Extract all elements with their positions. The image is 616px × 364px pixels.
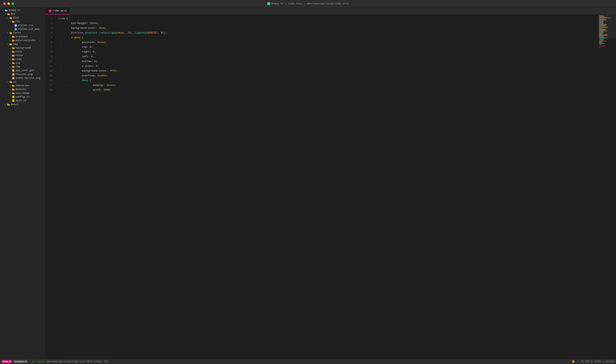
line-num-2: 2 bbox=[46, 21, 55, 26]
minimap: ████████████ ████████████████ ██████████… bbox=[598, 15, 616, 359]
sidebar-item-dev[interactable]: dev bbox=[0, 12, 45, 16]
line-num-15: 15 bbox=[46, 83, 55, 88]
line-num-16: 16 bbox=[46, 88, 55, 92]
code-line-13: › › overflow: hidden; bbox=[57, 73, 598, 78]
code-line-5: › &-gmap { bbox=[57, 35, 598, 40]
css-chevron bbox=[9, 20, 11, 23]
svg-text:JS: JS bbox=[13, 96, 14, 98]
sidebar-item-dist[interactable]: dist bbox=[0, 16, 45, 20]
folder-icon bbox=[10, 80, 12, 83]
sidebar-item-tmp[interactable]: tmp bbox=[0, 65, 45, 69]
folder-icon bbox=[12, 39, 15, 42]
traffic-lights bbox=[3, 2, 14, 5]
sidebar-item-favicon-png[interactable]: PNG favicon.png bbox=[0, 72, 45, 76]
sidebar-item-email[interactable]: email bbox=[0, 103, 45, 106]
sourcemap-chevron bbox=[9, 92, 11, 94]
folder-icon bbox=[7, 103, 10, 106]
line-num-3: 3 bbox=[46, 26, 55, 30]
background-chevron bbox=[9, 47, 11, 49]
language-label[interactable]: SCSS bbox=[595, 360, 601, 363]
root-chevron bbox=[1, 9, 4, 12]
sidebar-item-styles-css-map[interactable]: MAP styles.css.map bbox=[0, 27, 45, 31]
code-line-11: › › z-index: 0; bbox=[57, 64, 598, 69]
code-line-14: › › #map { bbox=[57, 78, 598, 83]
sidebar[interactable]: Snapp.ir dev dist css CSS styles bbox=[0, 8, 46, 359]
libraries-chevron bbox=[9, 84, 11, 87]
map-file-icon: MAP bbox=[14, 28, 17, 30]
code-line-1: .ride { bbox=[57, 16, 598, 21]
status-left: File 0 Project 0 ✓ No Issues dev/sass/pa… bbox=[1, 360, 108, 363]
code-container: 1 2 3 4 5 6 7 8 9 10 11 12 13 14 bbox=[46, 15, 598, 359]
svg-text:SVG: SVG bbox=[13, 78, 14, 79]
sidebar-item-background[interactable]: background bbox=[0, 46, 45, 50]
project-badge[interactable]: Project 0 bbox=[14, 360, 27, 363]
tab-bar: ride.scss bbox=[46, 8, 616, 15]
card-chevron bbox=[9, 51, 11, 53]
editor-main[interactable]: 1 2 3 4 5 6 7 8 9 10 11 12 13 14 bbox=[46, 15, 598, 359]
tab-ride-scss[interactable]: ride.scss bbox=[46, 8, 70, 14]
folder-icon bbox=[12, 92, 15, 95]
folder-icon bbox=[12, 54, 15, 57]
folder-icon bbox=[5, 9, 8, 12]
folder-icon bbox=[12, 50, 15, 53]
folder-icon bbox=[12, 47, 15, 49]
line-num-6: 6 bbox=[46, 40, 55, 45]
sidebar-item-sourcemap[interactable]: sourcemap bbox=[0, 91, 45, 95]
code-line-3: › background-color: #eee; bbox=[57, 26, 598, 30]
svg-chevron bbox=[9, 62, 11, 64]
sidebar-item-ride[interactable]: ride bbox=[0, 57, 45, 61]
sidebar-item-cover[interactable]: cover bbox=[0, 53, 45, 57]
line-num-5: 5 bbox=[46, 35, 55, 40]
code-line-4: › @include gradient-radial(rgba(#eee, .9… bbox=[57, 30, 598, 35]
sidebar-item-css[interactable]: css bbox=[0, 20, 45, 23]
app-body: Snapp.ir dev dist css CSS styles bbox=[0, 8, 616, 359]
sidebar-item-img[interactable]: img bbox=[0, 42, 45, 46]
sidebar-item-main-js[interactable]: JS main.js bbox=[0, 99, 45, 103]
fullscreen-button[interactable] bbox=[12, 2, 14, 5]
scss-tab-icon bbox=[49, 10, 52, 12]
minimize-button[interactable] bbox=[7, 2, 10, 5]
sidebar-item-iransans[interactable]: iransans bbox=[0, 35, 45, 39]
lines-count: Lines: 252 bbox=[94, 360, 108, 363]
sidebar-item-card[interactable]: card bbox=[0, 50, 45, 53]
close-button[interactable] bbox=[3, 2, 6, 5]
window-title: Snapp.ir | ride.scss — dev/sass/particle… bbox=[267, 2, 349, 5]
sidebar-item-js[interactable]: js bbox=[0, 80, 45, 84]
fonts-chevron bbox=[6, 32, 9, 34]
ride-chevron bbox=[9, 58, 11, 61]
folder-icon bbox=[12, 20, 15, 23]
sidebar-item-app-cast-gif[interactable]: GIF app_cast.gif bbox=[0, 69, 45, 72]
svg-file-icon: SVG bbox=[12, 77, 15, 79]
sidebar-item-icons-sprite-svg[interactable]: SVG icons-sprite.svg bbox=[0, 76, 45, 80]
folder-icon bbox=[12, 65, 15, 68]
sidebar-item-fonts[interactable]: fonts bbox=[0, 31, 45, 35]
folder-icon bbox=[10, 16, 12, 19]
line-num-14: 14 bbox=[46, 78, 55, 83]
folder-icon bbox=[12, 88, 15, 91]
sidebar-item-libraries[interactable]: libraries bbox=[0, 84, 45, 87]
code-line-16: › › › width: 100%; bbox=[57, 88, 598, 92]
sidebar-item-styles-css[interactable]: CSS styles.css bbox=[0, 23, 45, 27]
line-num-10: 10 bbox=[46, 59, 55, 64]
sidebar-item-modules[interactable]: modules bbox=[0, 87, 45, 91]
file-badge[interactable]: File 0 bbox=[1, 360, 12, 363]
sidebar-item-svg[interactable]: svg bbox=[0, 61, 45, 65]
cover-chevron bbox=[9, 54, 11, 57]
folder-icon bbox=[12, 35, 15, 38]
svg-text:GIF: GIF bbox=[13, 70, 14, 71]
bell-icon: 🔔 bbox=[572, 360, 575, 363]
sidebar-root[interactable]: Snapp.ir bbox=[0, 8, 45, 12]
svg-text:MAP: MAP bbox=[15, 29, 16, 30]
png-file-icon: PNG bbox=[12, 73, 15, 76]
img-chevron bbox=[6, 43, 9, 45]
dev-chevron bbox=[4, 13, 6, 15]
code-line-9: › › left: 0; bbox=[57, 54, 598, 59]
line-num-9: 9 bbox=[46, 54, 55, 59]
sidebar-item-materialicons[interactable]: materialicons bbox=[0, 39, 45, 42]
branch-label: ✎ master bbox=[603, 360, 615, 363]
sidebar-item-config-js[interactable]: JS config.js bbox=[0, 95, 45, 99]
svg-text:JS: JS bbox=[13, 100, 14, 101]
svg-text:PNG: PNG bbox=[13, 74, 14, 75]
tmp-chevron bbox=[9, 66, 11, 68]
email-chevron bbox=[4, 103, 6, 106]
